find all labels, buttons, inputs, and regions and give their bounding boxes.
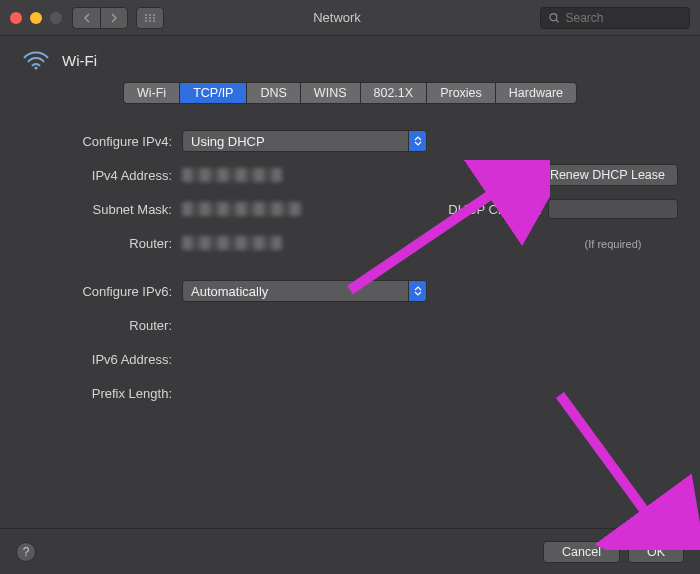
stepper-icon [408,131,426,151]
stepper-icon [408,281,426,301]
minimize-window-button[interactable] [30,12,42,24]
configure-ipv4-value: Using DHCP [191,134,265,149]
dhcp-client-id-label: DHCP Client ID: [448,202,542,217]
svg-point-9 [550,13,557,20]
if-required-label: (If required) [585,238,642,250]
interface-name: Wi-Fi [62,52,97,69]
search-icon [549,12,560,24]
chevron-right-icon [110,13,118,23]
dhcp-client-id-field[interactable] [548,199,678,219]
cancel-button[interactable]: Cancel [543,541,620,563]
forward-button[interactable] [100,7,128,29]
svg-point-2 [153,14,155,16]
tab-wins[interactable]: WINS [300,82,360,104]
svg-point-11 [34,66,37,69]
svg-point-6 [145,20,147,22]
search-field[interactable] [540,7,690,29]
grid-icon [144,13,156,23]
configure-ipv6-value: Automatically [191,284,268,299]
svg-point-1 [149,14,151,16]
subnet-mask-label: Subnet Mask: [22,202,182,217]
wifi-icon [22,50,50,70]
titlebar: Network [0,0,700,36]
zoom-window-button[interactable] [50,12,62,24]
tab-hardware[interactable]: Hardware [495,82,577,104]
footer: ? Cancel OK [0,528,700,574]
nav-buttons [72,7,128,29]
svg-point-8 [153,20,155,22]
close-window-button[interactable] [10,12,22,24]
chevron-left-icon [83,13,91,23]
svg-line-13 [560,395,655,525]
subnet-mask-value [182,202,302,216]
help-button[interactable]: ? [16,542,36,562]
interface-header: Wi-Fi [0,36,700,78]
tab-proxies[interactable]: Proxies [426,82,495,104]
svg-point-0 [145,14,147,16]
ipv6-router-label: Router: [22,318,182,333]
renew-dhcp-lease-button[interactable]: Renew DHCP Lease [537,164,678,186]
svg-point-5 [153,17,155,19]
configure-ipv4-select[interactable]: Using DHCP [182,130,427,152]
window-controls [10,12,62,24]
tab-dns[interactable]: DNS [246,82,299,104]
tab-wifi[interactable]: Wi-Fi [123,82,179,104]
ipv4-address-label: IPv4 Address: [22,168,182,183]
ipv4-router-label: Router: [22,236,182,251]
tab-tcpip[interactable]: TCP/IP [179,82,246,104]
tabs: Wi-Fi TCP/IP DNS WINS 802.1X Proxies Har… [0,82,700,104]
configure-ipv4-label: Configure IPv4: [22,134,182,149]
prefix-length-label: Prefix Length: [22,386,182,401]
ipv4-router-value [182,236,282,250]
annotation-arrow-ok [540,380,700,550]
svg-line-10 [556,19,559,22]
back-button[interactable] [72,7,100,29]
ipv6-address-label: IPv6 Address: [22,352,182,367]
search-input[interactable] [566,11,682,25]
tab-8021x[interactable]: 802.1X [360,82,427,104]
window-title: Network [174,10,540,25]
configure-ipv6-select[interactable]: Automatically [182,280,427,302]
svg-point-7 [149,20,151,22]
ok-button[interactable]: OK [628,541,684,563]
tcpip-panel: Configure IPv4: Using DHCP IPv4 Address:… [0,104,700,404]
ipv4-address-value [182,168,282,182]
svg-point-3 [145,17,147,19]
svg-point-4 [149,17,151,19]
show-all-button[interactable] [136,7,164,29]
configure-ipv6-label: Configure IPv6: [22,284,182,299]
